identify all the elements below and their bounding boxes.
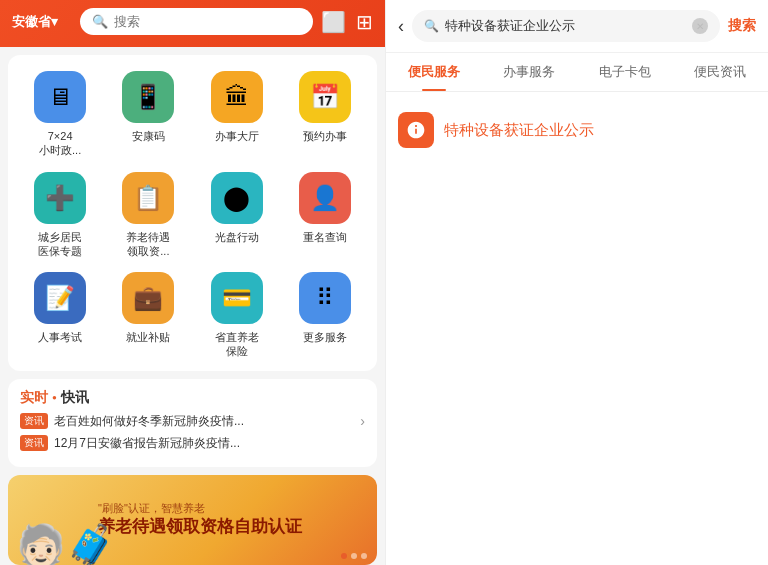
grid-item-item-2[interactable]: 📱 安康码 [106, 71, 190, 158]
grid-label: 安康码 [132, 129, 165, 143]
tab-3[interactable]: 便民资讯 [673, 53, 769, 91]
grid-icon: 🏛 [211, 71, 263, 123]
banner-title: 养老待遇领取资格自助认证 [98, 516, 361, 538]
grid-item-item-1[interactable]: 🖥 7×24小时政... [18, 71, 102, 158]
search-icon-right: 🔍 [424, 19, 439, 33]
news-row-1[interactable]: 资讯 12月7日安徽省报告新冠肺炎疫情... [20, 435, 365, 452]
grid-label: 7×24小时政... [39, 129, 81, 158]
search-input[interactable] [114, 14, 301, 29]
news-text: 老百姓如何做好冬季新冠肺炎疫情... [54, 413, 354, 430]
location-text: 安徽省 [12, 13, 51, 31]
grid-label: 光盘行动 [215, 230, 259, 244]
grid-label: 人事考试 [38, 330, 82, 344]
left-panel: 安徽省 ▾ 🔍 ⬜ ⊞ 🖥 7×24小时政... 📱 安康码 🏛 办事大厅 📅 … [0, 0, 385, 565]
news-tag: 资讯 [20, 413, 48, 429]
search-query-text: 特种设备获证企业公示 [445, 17, 686, 35]
grid-item-item-5[interactable]: ➕ 城乡居民医保专题 [18, 172, 102, 259]
qr-scan-icon[interactable]: ⊞ [356, 10, 373, 34]
right-search-bar[interactable]: 🔍 特种设备获证企业公示 ✕ [412, 10, 720, 42]
grid-label: 就业补贴 [126, 330, 170, 344]
tab-2[interactable]: 电子卡包 [577, 53, 673, 91]
grid-item-item-6[interactable]: 📋 养老待遇领取资... [106, 172, 190, 259]
result-icon [398, 112, 434, 148]
chevron-down-icon: ▾ [51, 14, 58, 29]
grid-label: 预约办事 [303, 129, 347, 143]
news-section: 实时 ● 快讯 资讯 老百姓如何做好冬季新冠肺炎疫情... › 资讯 12月7日… [8, 379, 377, 467]
grid-item-item-3[interactable]: 🏛 办事大厅 [195, 71, 279, 158]
clear-button[interactable]: ✕ [692, 18, 708, 34]
right-top-bar: ‹ 🔍 特种设备获证企业公示 ✕ 搜索 [386, 0, 768, 53]
tab-0[interactable]: 便民服务 [386, 53, 482, 91]
grid-item-item-11[interactable]: 💳 省直养老保险 [195, 272, 279, 359]
result-item-0[interactable]: 特种设备获证企业公示 [398, 104, 756, 156]
right-panel: ‹ 🔍 特种设备获证企业公示 ✕ 搜索 便民服务办事服务电子卡包便民资讯 特种设… [385, 0, 768, 565]
chevron-right-icon: › [360, 413, 365, 429]
news-tag: 资讯 [20, 435, 48, 451]
news-title: 实时 [20, 389, 48, 407]
grid-icon: 📝 [34, 272, 86, 324]
grid-label: 城乡居民医保专题 [38, 230, 82, 259]
news-list: 资讯 老百姓如何做好冬季新冠肺炎疫情... › 资讯 12月7日安徽省报告新冠肺… [20, 413, 365, 452]
grid-icon: 📋 [122, 172, 174, 224]
app-grid: 🖥 7×24小时政... 📱 安康码 🏛 办事大厅 📅 预约办事 ➕ 城乡居民医… [18, 71, 367, 359]
dot-3 [361, 553, 367, 559]
grid-icon: ⠿ [299, 272, 351, 324]
scan-icon[interactable]: ⬜ [321, 10, 346, 34]
grid-item-item-9[interactable]: 📝 人事考试 [18, 272, 102, 359]
grid-icon: ⬤ [211, 172, 263, 224]
grid-item-item-8[interactable]: 👤 重名查询 [283, 172, 367, 259]
grid-icon: 💳 [211, 272, 263, 324]
news-subtitle: 快讯 [61, 389, 89, 407]
result-label: 特种设备获证企业公示 [444, 121, 594, 140]
dot-1 [341, 553, 347, 559]
banner-quote: "刷脸"认证，智慧养老 [98, 501, 361, 516]
grid-label: 办事大厅 [215, 129, 259, 143]
grid-label: 重名查询 [303, 230, 347, 244]
grid-item-item-4[interactable]: 📅 预约办事 [283, 71, 367, 158]
grid-icon: 👤 [299, 172, 351, 224]
search-button[interactable]: 搜索 [728, 17, 756, 35]
news-row-0[interactable]: 资讯 老百姓如何做好冬季新冠肺炎疫情... › [20, 413, 365, 430]
grid-icon: 📅 [299, 71, 351, 123]
grid-icon: 📱 [122, 71, 174, 123]
grid-item-item-7[interactable]: ⬤ 光盘行动 [195, 172, 279, 259]
grid-item-item-10[interactable]: 💼 就业补贴 [106, 272, 190, 359]
grid-section: 🖥 7×24小时政... 📱 安康码 🏛 办事大厅 📅 预约办事 ➕ 城乡居民医… [8, 55, 377, 371]
grid-label: 养老待遇领取资... [126, 230, 170, 259]
grid-item-item-12[interactable]: ⠿ 更多服务 [283, 272, 367, 359]
back-button[interactable]: ‹ [398, 16, 404, 37]
location-button[interactable]: 安徽省 ▾ [12, 13, 72, 31]
top-bar: 安徽省 ▾ 🔍 ⬜ ⊞ [0, 0, 385, 47]
tab-1[interactable]: 办事服务 [482, 53, 578, 91]
top-icons: ⬜ ⊞ [321, 10, 373, 34]
news-text: 12月7日安徽省报告新冠肺炎疫情... [54, 435, 365, 452]
grid-label: 省直养老保险 [215, 330, 259, 359]
results-area: 特种设备获证企业公示 [386, 92, 768, 565]
search-bar[interactable]: 🔍 [80, 8, 313, 35]
banner-illustration: 🧓🏻🧳 [16, 525, 116, 565]
grid-icon: 💼 [122, 272, 174, 324]
grid-label: 更多服务 [303, 330, 347, 344]
banner[interactable]: 🧓🏻🧳 "刷脸"认证，智慧养老 养老待遇领取资格自助认证 [8, 475, 377, 565]
search-icon: 🔍 [92, 14, 108, 29]
tab-bar: 便民服务办事服务电子卡包便民资讯 [386, 53, 768, 92]
grid-icon: 🖥 [34, 71, 86, 123]
grid-icon: ➕ [34, 172, 86, 224]
dot-2 [351, 553, 357, 559]
banner-dots [341, 553, 367, 559]
